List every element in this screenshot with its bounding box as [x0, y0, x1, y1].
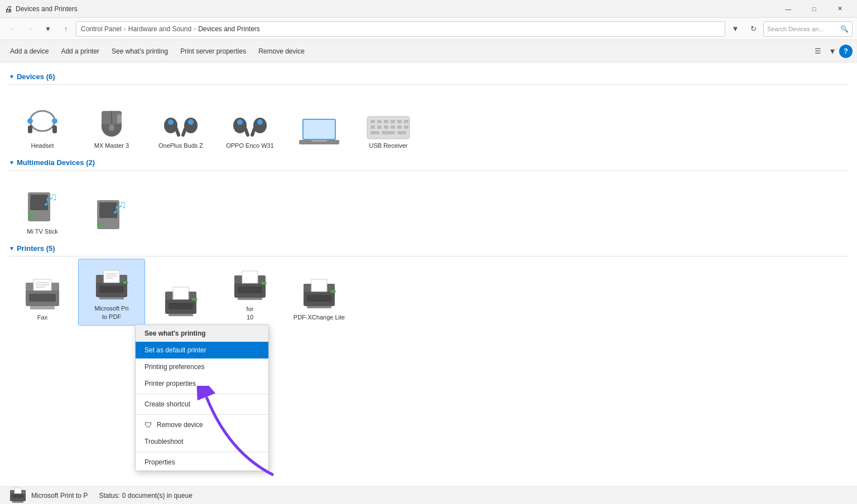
help-button[interactable]: ? — [839, 45, 853, 58]
svg-rect-21 — [250, 127, 257, 137]
print-server-button[interactable]: Print server properties — [175, 43, 252, 60]
context-menu-create-shortcut[interactable]: Create shortcut — [136, 396, 268, 413]
device-item-laptop[interactable] — [286, 87, 353, 154]
devices-grid: Headset MX Master 3 — [9, 87, 848, 154]
svg-point-51 — [98, 222, 103, 227]
add-printer-button[interactable]: Add a printer — [55, 43, 105, 60]
svg-rect-12 — [174, 127, 181, 137]
address-dropdown-button[interactable]: ▼ — [728, 21, 743, 37]
create-shortcut-label: Create shortcut — [145, 400, 190, 408]
minimize-button[interactable]: — — [776, 0, 801, 18]
see-printing-button[interactable]: See what's printing — [106, 43, 174, 60]
device-item-ms-print[interactable]: Microsoft Prito PDF — [78, 259, 145, 326]
device-item-mi-tv-stick[interactable]: ♪ ♫ Mi TV Stick — [9, 173, 76, 240]
address-box[interactable]: Control Panel › Hardware and Sound › Dev… — [76, 21, 725, 37]
device-item-oneplus-buds[interactable]: OnePlus Buds Z — [147, 87, 214, 154]
printer3-icon — [230, 270, 270, 305]
svg-rect-85 — [311, 279, 327, 292]
path-part-1: Control Panel — [81, 25, 122, 33]
laptop-icon — [298, 117, 340, 149]
context-menu-troubleshoot[interactable]: Troubleshoot — [136, 433, 268, 450]
search-box[interactable]: Search Devices an... 🔍 — [763, 21, 853, 37]
troubleshoot-label: Troubleshoot — [145, 438, 184, 445]
set-default-label: Set as default printer — [145, 346, 206, 354]
svg-point-3 — [27, 118, 33, 124]
device-item-oppo-enco[interactable]: OPPO Enco W31 — [216, 87, 283, 154]
recent-locations-button[interactable]: ▼ — [40, 21, 56, 37]
printers-chevron: ▼ — [9, 245, 15, 251]
maximize-button[interactable]: □ — [801, 0, 827, 18]
view-button[interactable]: ☰ — [810, 43, 826, 59]
svg-rect-33 — [370, 125, 375, 129]
devices-section-header[interactable]: ▼ Devices (6) — [9, 72, 848, 81]
device-name-mx-master: MX Master 3 — [94, 142, 129, 149]
printer-props-label: Printer properties — [145, 380, 196, 387]
main-content: ▼ Devices (6) Headset — [0, 62, 857, 504]
multimedia-chevron: ▼ — [9, 159, 15, 166]
svg-text:♫: ♫ — [49, 190, 57, 202]
device-item-mx-master[interactable]: MX Master 3 — [78, 87, 145, 154]
printers-grid: Fax Microsoft Prito PDF — [9, 259, 848, 326]
search-placeholder: Search Devices an... — [767, 26, 824, 32]
device-item-fax[interactable]: Fax — [9, 259, 76, 326]
svg-rect-32 — [404, 120, 408, 123]
context-menu-properties[interactable]: Properties — [136, 454, 268, 471]
forward-button[interactable]: → — [22, 21, 38, 37]
context-menu-printing-prefs[interactable]: Printing preferences — [136, 358, 268, 375]
context-menu-set-default[interactable]: Set as default printer — [136, 342, 268, 358]
multimedia-grid: ♪ ♫ Mi TV Stick ♪ ♫ — [9, 173, 848, 240]
context-menu: See what's printing Set as default print… — [135, 324, 269, 471]
svg-rect-53 — [29, 294, 56, 302]
device-item-pdf-xchange[interactable]: PDF-XChange Lite — [286, 259, 353, 326]
svg-rect-31 — [397, 120, 402, 123]
close-button[interactable]: ✕ — [827, 0, 853, 18]
svg-rect-40 — [382, 131, 395, 134]
device-item-usb-receiver[interactable]: USB Receiver — [355, 87, 422, 154]
svg-point-14 — [188, 119, 194, 125]
statusbar-status-label: Status: — [99, 492, 119, 500]
printers-label: Printers (5) — [17, 244, 55, 253]
search-icon: 🔍 — [840, 25, 849, 33]
printers-section-header[interactable]: ▼ Printers (5) — [9, 244, 848, 253]
svg-rect-91 — [12, 501, 23, 503]
svg-rect-78 — [238, 298, 262, 300]
add-device-button[interactable]: Add a device — [4, 43, 54, 60]
device-item-media-device[interactable]: ♪ ♫ — [78, 173, 145, 240]
device-name-pdf-xchange: PDF-XChange Lite — [293, 313, 345, 321]
more-options-button[interactable]: ▾ — [828, 46, 837, 56]
svg-rect-55 — [30, 306, 55, 309]
statusbar-queue: 0 document(s) in queue — [122, 492, 192, 500]
device-name-mi-tv-stick: Mi TV Stick — [27, 227, 57, 235]
multimedia-section-header[interactable]: ▼ Multimedia Devices (2) — [9, 158, 848, 167]
titlebar-controls: — □ ✕ — [776, 0, 853, 18]
svg-rect-36 — [391, 125, 395, 129]
titlebar-title: Devices and Printers — [16, 5, 776, 13]
svg-rect-93 — [22, 492, 25, 493]
svg-rect-9 — [117, 114, 122, 123]
device-item-printer2[interactable] — [147, 259, 214, 326]
svg-point-0 — [30, 111, 55, 131]
svg-rect-92 — [15, 488, 21, 493]
refresh-button[interactable]: ↻ — [745, 21, 761, 37]
remove-device-button[interactable]: Remove device — [253, 43, 310, 60]
statusbar-device-name: Microsoft Print to P — [31, 492, 88, 500]
svg-text:♫: ♫ — [118, 198, 127, 210]
ms-print-icon — [92, 269, 132, 304]
svg-rect-72 — [168, 314, 193, 316]
svg-rect-73 — [173, 287, 189, 299]
path-part-2: Hardware and Sound — [128, 25, 191, 33]
device-item-printer3[interactable]: for10 — [216, 259, 283, 326]
svg-rect-1 — [28, 125, 32, 133]
keyboard-icon — [366, 115, 411, 142]
back-button[interactable]: ← — [4, 21, 20, 37]
svg-point-46 — [29, 215, 33, 219]
context-menu-printer-props[interactable]: Printer properties — [136, 375, 268, 392]
printer2-icon — [161, 286, 201, 321]
up-button[interactable]: ↑ — [58, 21, 74, 37]
svg-rect-63 — [99, 297, 124, 299]
device-item-headset[interactable]: Headset — [9, 87, 76, 154]
device-name-printer3: for10 — [247, 305, 254, 321]
context-menu-remove-device[interactable]: 🛡 Remove device — [136, 416, 268, 433]
earbuds-icon — [161, 111, 201, 142]
svg-rect-61 — [99, 286, 124, 293]
